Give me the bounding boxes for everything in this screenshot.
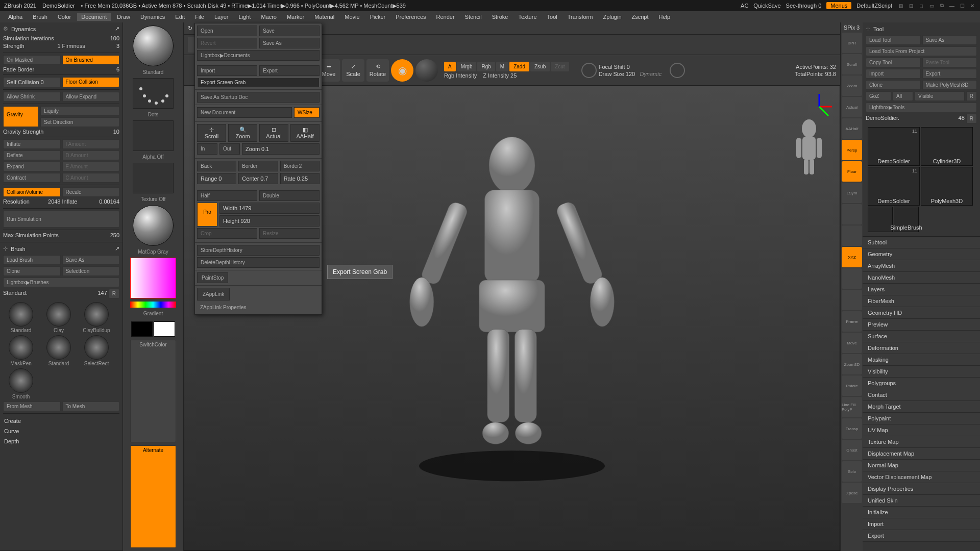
open-button[interactable]: Open [197, 26, 257, 36]
rgb-button[interactable]: Rgb [477, 62, 495, 71]
rt-frame[interactable]: Frame [842, 311, 862, 332]
contract-amount[interactable]: C Amount [62, 173, 120, 183]
acc-vector-displacement-map[interactable]: Vector Displacement Map [863, 471, 980, 483]
run-simulation-button[interactable]: Run Simulation [3, 211, 119, 228]
acc-import[interactable]: Import [863, 518, 980, 530]
save-button[interactable]: Save [259, 26, 320, 36]
rt-btn11[interactable] [842, 268, 862, 289]
new-doc-button[interactable]: New Document [197, 107, 292, 118]
rt-ghost[interactable]: Ghost [842, 440, 862, 460]
menu-document[interactable]: Document [77, 13, 111, 21]
clone-brush-button[interactable]: Clone [3, 266, 61, 276]
rt-move[interactable]: Move [842, 333, 862, 353]
brush-header[interactable]: ⊹ Brush ↗ [3, 244, 119, 255]
inflate-amount[interactable]: I Amount [62, 139, 120, 149]
gravity-button[interactable]: Gravity [3, 106, 39, 127]
brush-item-maskpen[interactable]: MaskPen [3, 335, 39, 366]
lightbox-tools-button[interactable]: Lightbox▶Tools [866, 103, 977, 112]
menu-color[interactable]: Color [54, 13, 75, 21]
zsub-button[interactable]: Zsub [530, 62, 550, 71]
lightbox-brushes-button[interactable]: Lightbox▶Brushes [3, 278, 119, 287]
save-as-brush-button[interactable]: Save As [62, 255, 120, 265]
inflate-v-val[interactable]: 0.00164 [99, 198, 119, 205]
acc-unified-skin[interactable]: Unified Skin [863, 495, 980, 507]
brush-item-claybuildup[interactable]: ClayBuildup [79, 302, 114, 333]
fade-border-val[interactable]: 6 [116, 66, 119, 72]
revert-button[interactable]: Revert [197, 38, 257, 48]
acc-preview[interactable]: Preview [863, 319, 980, 331]
acc-deformation[interactable]: Deformation [863, 342, 980, 354]
tool-thumb-1[interactable]: Cylinder3D [921, 127, 973, 166]
set-direction-button[interactable]: Set Direction [40, 117, 119, 127]
menu-help[interactable]: Help [655, 13, 675, 21]
menu-stencil[interactable]: Stencil [461, 13, 486, 21]
border-button[interactable]: Border [238, 161, 278, 171]
rt-btn12[interactable] [842, 290, 862, 310]
acc-geometry[interactable]: Geometry [863, 248, 980, 260]
alternate-button[interactable]: Alternate [130, 445, 176, 548]
menu-alpha[interactable]: Alpha [4, 13, 27, 21]
acc-texture-map[interactable]: Texture Map [863, 436, 980, 448]
self-collision-button[interactable]: Self Collision 0 [3, 77, 61, 87]
menu-render[interactable]: Render [432, 13, 459, 21]
clone-tool-button[interactable]: Clone [866, 80, 921, 90]
hue-bar[interactable] [130, 302, 176, 308]
zcut-button[interactable]: Zcut [551, 62, 569, 71]
default-zscript[interactable]: DefaultZScript [856, 3, 892, 9]
save-as-tool-button[interactable]: Save As [922, 35, 977, 45]
menu-draw[interactable]: Draw [113, 13, 134, 21]
rt-scroll[interactable]: Scroll [842, 54, 862, 74]
gravity-strength-val[interactable]: 10 [113, 129, 119, 135]
liquify-button[interactable]: Liquify [40, 106, 119, 116]
goz-button[interactable]: GoZ [866, 91, 891, 101]
menu-preferences[interactable]: Preferences [391, 13, 430, 21]
acc-geometry-hd[interactable]: Geometry HD [863, 307, 980, 319]
dynamics-header[interactable]: ⚙ Dynamics ↗ [3, 24, 119, 35]
acc-normal-map[interactable]: Normal Map [863, 460, 980, 471]
strength-val[interactable]: 1 [57, 43, 60, 49]
menu-texture[interactable]: Texture [514, 13, 541, 21]
scale-tool[interactable]: ⤢Scale [342, 59, 364, 82]
zoom-mode[interactable]: 🔍Zoom [228, 124, 257, 142]
color-picker[interactable] [130, 258, 176, 298]
acc-layers[interactable]: Layers [863, 284, 980, 295]
export-tool-button[interactable]: Export [922, 69, 977, 79]
menu-marker[interactable]: Marker [283, 13, 308, 21]
rt-line-fill-polyf[interactable]: Line Fill PolyF [842, 397, 862, 417]
acc-uv-map[interactable]: UV Map [863, 424, 980, 436]
brush-depth-acc[interactable]: Depth [3, 436, 119, 446]
quicksave-button[interactable]: QuickSave [753, 3, 780, 9]
rt-btn8[interactable] [842, 204, 862, 224]
acc-masking[interactable]: Masking [863, 354, 980, 366]
height-slider[interactable]: Height 920 [219, 215, 320, 227]
a-button[interactable]: A [444, 62, 456, 71]
acc-polygroups[interactable]: Polygroups [863, 378, 980, 389]
tool-thumb-5[interactable]: SimpleBrush [894, 207, 919, 232]
contract-button[interactable]: Contract [3, 173, 61, 183]
menu-edit[interactable]: Edit [171, 13, 189, 21]
load-tool-button[interactable]: Load Tool [866, 35, 921, 45]
lightbox-docs-button[interactable]: Lightbox▶Documents [197, 50, 320, 61]
zapplink-props[interactable]: ZAppLink Properties [197, 303, 320, 312]
brush-item-standard[interactable]: Standard [41, 335, 77, 366]
resize-button[interactable]: Resize [259, 228, 320, 239]
on-brushed-button[interactable]: On Brushed [62, 55, 120, 65]
crop-button[interactable]: Crop [197, 228, 257, 239]
inflate-button[interactable]: Inflate [3, 139, 61, 149]
acc-arraymesh[interactable]: ArrayMesh [863, 260, 980, 272]
spix-slider[interactable]: SPix 3 [842, 23, 862, 32]
import-button[interactable]: Import [197, 65, 257, 76]
acc-polypaint[interactable]: Polypaint [863, 413, 980, 424]
wc-icon[interactable]: ⊟ [908, 2, 915, 9]
center-slider[interactable]: Center 0.7 [238, 173, 278, 184]
border2-button[interactable]: Border2 [280, 161, 320, 171]
rgb-int-label[interactable]: Rgb Intensity [444, 72, 477, 79]
wc-icon[interactable]: ⊞ [897, 2, 904, 9]
firmness-val[interactable]: 3 [116, 43, 119, 49]
width-slider[interactable]: Width 1479 [219, 203, 320, 214]
draw-size-slider[interactable]: Draw Size 120 Dynamic [599, 71, 662, 77]
acc-fibermesh[interactable]: FiberMesh [863, 295, 980, 307]
menu-dynamics[interactable]: Dynamics [136, 13, 169, 21]
store-depth-button[interactable]: StoreDepthHistory [197, 245, 320, 256]
double-button[interactable]: Double [259, 190, 320, 201]
